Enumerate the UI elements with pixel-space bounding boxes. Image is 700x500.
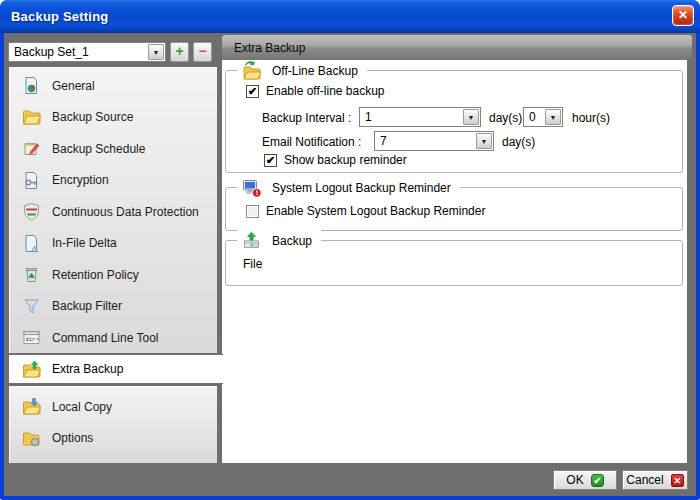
backup-content-text: File — [243, 257, 262, 271]
sidebar-item-label: Backup Filter — [52, 299, 122, 313]
window-title: Backup Setting — [11, 9, 108, 24]
offline-backup-group: Off-Line Backup ✔ Enable off-line backup… — [225, 70, 683, 173]
sidebar-item-label: Options — [52, 431, 93, 445]
sidebar-item-continuous-data-protection[interactable]: Continuous Data Protection — [9, 196, 217, 228]
sidebar-item-local-copy[interactable]: Local Copy — [9, 391, 217, 423]
local-copy-icon — [22, 397, 41, 416]
svg-text:dir>: dir> — [26, 336, 39, 343]
remove-backup-set-button[interactable]: − — [193, 42, 212, 62]
enable-offline-backup-label: Enable off-line backup — [266, 84, 385, 98]
backup-interval-hours-value: 0 — [529, 110, 536, 124]
extra-backup-icon — [22, 360, 41, 379]
close-icon[interactable]: ✕ — [672, 5, 694, 26]
sidebar-item-backup-source[interactable]: Backup Source — [9, 102, 217, 134]
ok-button-label: OK — [566, 473, 583, 487]
sidebar-item-label: Extra Backup — [52, 362, 123, 376]
sidebar-item-label: Retention Policy — [52, 268, 139, 282]
sidebar-list-upper: General Backup Source Backup Schedule En… — [8, 66, 218, 354]
backup-interval-days-select[interactable]: 1 ▼ — [359, 107, 481, 127]
email-days-unit: day(s) — [502, 135, 535, 149]
system-logout-reminder-icon: ! — [242, 178, 262, 198]
chevron-down-icon[interactable]: ▼ — [476, 133, 492, 149]
chevron-down-icon[interactable]: ▼ — [148, 44, 164, 60]
interval-days-unit: day(s) — [489, 111, 522, 125]
cancel-button-label: Cancel — [626, 473, 663, 487]
sidebar-item-label: Command Line Tool — [52, 331, 159, 345]
sidebar-item-label: Continuous Data Protection — [52, 205, 199, 219]
email-notification-label: Email Notification : — [262, 135, 361, 149]
backup-set-selector[interactable]: Backup Set_1 ▼ — [8, 42, 166, 62]
options-icon — [22, 429, 41, 448]
sidebar-item-options[interactable]: Options — [9, 423, 217, 455]
backup-source-icon — [22, 108, 41, 127]
cancel-x-icon: ✕ — [671, 474, 684, 487]
sidebar-item-extra-backup-selected[interactable]: Extra Backup — [8, 354, 223, 384]
command-line-tool-icon: dir> — [22, 328, 41, 347]
panel-header: Extra Backup — [222, 35, 692, 60]
svg-text:!: ! — [256, 189, 258, 196]
in-file-delta-icon — [22, 234, 41, 253]
encryption-icon — [22, 171, 41, 190]
sidebar-item-retention-policy[interactable]: Retention Policy — [9, 259, 217, 291]
backup-title: Backup — [272, 234, 312, 248]
title-bar: Backup Setting ✕ — [0, 0, 700, 33]
interval-hours-unit: hour(s) — [572, 111, 610, 125]
panel-title: Extra Backup — [234, 41, 305, 55]
minus-icon: − — [198, 43, 206, 59]
enable-system-logout-checkbox[interactable] — [246, 205, 259, 218]
enable-system-logout-label: Enable System Logout Backup Reminder — [266, 204, 485, 218]
sidebar-item-label: Backup Source — [52, 110, 133, 124]
system-logout-group: ! System Logout Backup Reminder Enable S… — [225, 187, 683, 231]
sidebar-item-backup-schedule[interactable]: Backup Schedule — [9, 133, 217, 165]
offline-backup-icon — [242, 61, 262, 81]
backup-set-value: Backup Set_1 — [14, 45, 89, 59]
ok-button[interactable]: OK ✔ — [553, 470, 617, 490]
backup-legend: Backup — [237, 230, 321, 252]
sidebar-item-label: In-File Delta — [52, 236, 117, 250]
retention-policy-icon — [22, 265, 41, 284]
show-backup-reminder-checkbox[interactable]: ✔ — [264, 154, 277, 167]
email-notification-days-select[interactable]: 7 ▼ — [374, 131, 494, 151]
show-backup-reminder-label: Show backup reminder — [284, 153, 407, 167]
enable-offline-backup-row: ✔ Enable off-line backup — [246, 84, 385, 98]
enable-offline-backup-checkbox[interactable]: ✔ — [246, 85, 259, 98]
backup-setting-dialog: Backup Setting ✕ Backup Set_1 ▼ + − Gene… — [0, 0, 700, 500]
backup-filter-icon — [22, 297, 41, 316]
ok-check-icon: ✔ — [591, 474, 604, 487]
chevron-down-icon[interactable]: ▼ — [463, 109, 479, 125]
chevron-down-icon[interactable]: ▼ — [545, 109, 561, 125]
sidebar-item-backup-filter[interactable]: Backup Filter — [9, 291, 217, 323]
show-backup-reminder-row: ✔ Show backup reminder — [264, 153, 407, 167]
backup-icon — [242, 231, 262, 251]
sidebar-list-lower: Local Copy Options — [8, 385, 218, 464]
add-backup-set-button[interactable]: + — [170, 42, 189, 62]
sidebar-item-label: General — [52, 79, 95, 93]
email-notification-days-value: 7 — [380, 134, 387, 148]
dialog-body: Backup Set_1 ▼ + − General Backup Source — [4, 33, 696, 496]
plus-icon: + — [175, 43, 183, 59]
sidebar-item-label: Backup Schedule — [52, 142, 145, 156]
backup-interval-hours-select[interactable]: 0 ▼ — [523, 107, 563, 127]
sidebar-item-general[interactable]: General — [9, 70, 217, 102]
general-icon — [22, 76, 41, 95]
sidebar-item-encryption[interactable]: Encryption — [9, 165, 217, 197]
sidebar-item-label: Local Copy — [52, 400, 112, 414]
backup-interval-label: Backup Interval : — [262, 111, 351, 125]
system-logout-title: System Logout Backup Reminder — [272, 181, 451, 195]
sidebar-item-in-file-delta[interactable]: In-File Delta — [9, 228, 217, 260]
enable-system-logout-row: Enable System Logout Backup Reminder — [246, 204, 485, 218]
system-logout-legend: ! System Logout Backup Reminder — [237, 177, 460, 199]
continuous-data-protection-icon — [22, 202, 41, 221]
backup-schedule-icon — [22, 139, 41, 158]
backup-group: Backup File — [225, 240, 683, 286]
offline-backup-legend: Off-Line Backup — [237, 60, 367, 82]
sidebar-item-label: Encryption — [52, 173, 109, 187]
offline-backup-title: Off-Line Backup — [272, 64, 358, 78]
backup-interval-days-value: 1 — [365, 110, 372, 124]
panel-content: Off-Line Backup ✔ Enable off-line backup… — [222, 60, 687, 463]
sidebar-item-command-line-tool[interactable]: dir> Command Line Tool — [9, 322, 217, 354]
cancel-button[interactable]: Cancel ✕ — [622, 470, 688, 490]
